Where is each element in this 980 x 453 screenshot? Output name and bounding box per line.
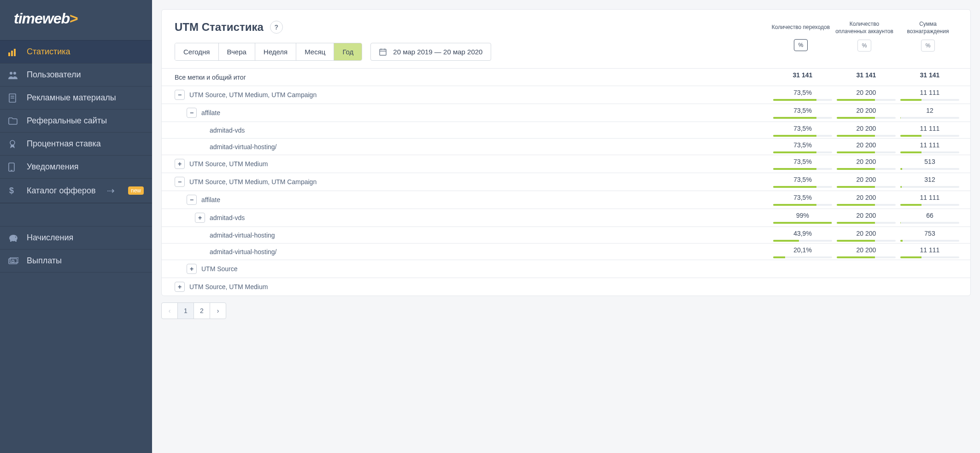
sidebar-item[interactable]: $Каталог офферов⇢new	[0, 178, 152, 203]
svg-text:$: $	[9, 186, 14, 195]
totals-label: Все метки и общий итог	[162, 69, 773, 86]
sidebar-item[interactable]: Выплаты	[0, 249, 152, 273]
cell-value: 66	[900, 212, 959, 221]
pagination-page[interactable]: 2	[194, 302, 210, 319]
pagination-page[interactable]: 1	[177, 302, 194, 319]
progress-bar	[900, 117, 959, 119]
period-tab[interactable]: Вчера	[219, 43, 255, 60]
document-icon	[8, 93, 18, 103]
row-label-text: UTM Source, UTM Medium, UTM Campaign	[189, 178, 317, 186]
svg-point-12	[9, 235, 18, 241]
svg-point-17	[12, 260, 14, 262]
metric-cell: 66	[900, 212, 959, 226]
row-label-text: UTM Source, UTM Medium	[189, 160, 268, 168]
cell-value: 31 141	[837, 71, 896, 81]
row-label: +UTM Source, UTM Medium	[162, 278, 959, 296]
expand-button[interactable]: +	[175, 282, 185, 292]
main: UTM Статистика ? СегодняВчераНеделяМесяц…	[152, 0, 980, 453]
metric-column-header: Сумма вознаграждения%	[898, 21, 957, 52]
cell-value: 73,5%	[773, 141, 832, 151]
period-tab[interactable]: Неделя	[255, 43, 296, 60]
pagination-next[interactable]: ›	[210, 302, 226, 319]
piggybank-icon	[8, 234, 18, 242]
expand-button[interactable]: +	[175, 159, 185, 169]
metric-cell: 43,9%	[773, 230, 832, 242]
cell-value: 753	[900, 230, 959, 239]
collapse-button[interactable]: −	[187, 108, 197, 118]
row-label-text: admitad-virtual-hosting/	[210, 248, 277, 256]
sidebar-item[interactable]: Рекламные материалы	[0, 86, 152, 109]
expand-button[interactable]: +	[195, 213, 205, 223]
metric-cell: 73,5%	[773, 158, 832, 172]
svg-point-8	[10, 140, 15, 145]
metric-cell: 73,5%	[773, 176, 832, 190]
sidebar-item[interactable]: Статистика	[0, 40, 152, 63]
table-row: −affilate73,5%20 20011 111	[162, 191, 970, 209]
row-label: admitad-virtual-hosting/	[162, 244, 773, 260]
table-row: +UTM Source, UTM Medium	[162, 278, 970, 296]
progress-bar	[837, 222, 896, 224]
metric-cell: 73,5%	[773, 194, 832, 208]
metric-cell: 20 200	[837, 158, 896, 172]
progress-bar	[773, 168, 832, 170]
cell-value: 73,5%	[773, 89, 832, 98]
metric-cell: 20 200	[837, 125, 896, 137]
percent-toggle-button[interactable]: %	[857, 40, 871, 52]
percent-toggle-button[interactable]: %	[794, 39, 808, 51]
row-label-text: affilate	[201, 109, 220, 116]
cell-value: 11 111	[900, 125, 959, 134]
sidebar-item[interactable]: Уведомления	[0, 155, 152, 178]
cell-value: 11 111	[900, 194, 959, 203]
percent-toggle-button[interactable]: %	[921, 40, 935, 52]
sidebar-item[interactable]: Процентная ставка	[0, 132, 152, 155]
expand-button[interactable]: +	[187, 264, 197, 274]
logo-text: timeweb	[14, 10, 70, 27]
metric-cell: 73,5%	[773, 125, 832, 137]
period-tab[interactable]: Сегодня	[175, 43, 219, 60]
row-label-text: UTM Source	[201, 265, 238, 273]
table-row: −affilate73,5%20 20012	[162, 104, 970, 122]
metric-cell: 73,5%	[773, 141, 832, 154]
users-icon	[8, 71, 18, 79]
sidebar-item[interactable]: Пользователи	[0, 63, 152, 86]
totals-row: Все метки и общий итог 31 14131 14131 14…	[162, 69, 970, 86]
metric-cell: 99%	[773, 212, 832, 226]
svg-rect-13	[10, 240, 12, 242]
cell-value: 31 141	[773, 71, 832, 81]
sidebar-item[interactable]: Начисления	[0, 226, 152, 249]
calendar-icon	[379, 48, 387, 56]
period-tabs: СегодняВчераНеделяМесяцГод	[175, 43, 362, 61]
collapse-button[interactable]: −	[187, 195, 197, 205]
metric-cell: 20 200	[837, 89, 896, 103]
sidebar-item[interactable]: Реферальные сайты	[0, 109, 152, 132]
period-tab[interactable]: Месяц	[296, 43, 334, 60]
metric-column-header: Количество оплаченных аккаунтов%	[835, 21, 894, 52]
progress-bar	[773, 222, 832, 224]
date-range-picker[interactable]: 20 мар 2019 — 20 мар 2020	[370, 43, 491, 61]
stats-table: Все метки и общий итог 31 14131 14131 14…	[162, 68, 970, 296]
sidebar-item-label: Выплаты	[27, 256, 62, 266]
metrics-header: Количество переходов%Количество оплаченн…	[771, 21, 957, 52]
progress-bar	[773, 117, 832, 119]
currency-icon: $	[8, 186, 18, 195]
progress-bar	[837, 135, 896, 137]
metric-cell: 753	[900, 230, 959, 242]
table-row: +UTM Source, UTM Medium73,5%20 200513	[162, 155, 970, 173]
cell-value: 20 200	[837, 141, 896, 151]
progress-bar	[837, 256, 896, 258]
progress-bar	[900, 222, 959, 224]
row-label-text: admitad-virtual-hosting	[210, 232, 275, 239]
help-button[interactable]: ?	[270, 21, 283, 34]
sidebar-item-label: Реферальные сайты	[27, 116, 107, 126]
metric-cell: 12	[900, 107, 959, 121]
svg-rect-19	[380, 49, 386, 55]
collapse-button[interactable]: −	[175, 90, 185, 100]
progress-bar	[773, 240, 832, 242]
cell-value: 31 141	[900, 71, 959, 81]
sidebar-item-label: Статистика	[27, 47, 70, 57]
collapse-button[interactable]: −	[175, 177, 185, 187]
metric-header-label: Количество оплаченных аккаунтов	[835, 21, 894, 35]
cell-value: 43,9%	[773, 230, 832, 239]
table-row: −UTM Source, UTM Medium, UTM Campaign73,…	[162, 86, 970, 104]
period-tab[interactable]: Год	[334, 43, 362, 60]
